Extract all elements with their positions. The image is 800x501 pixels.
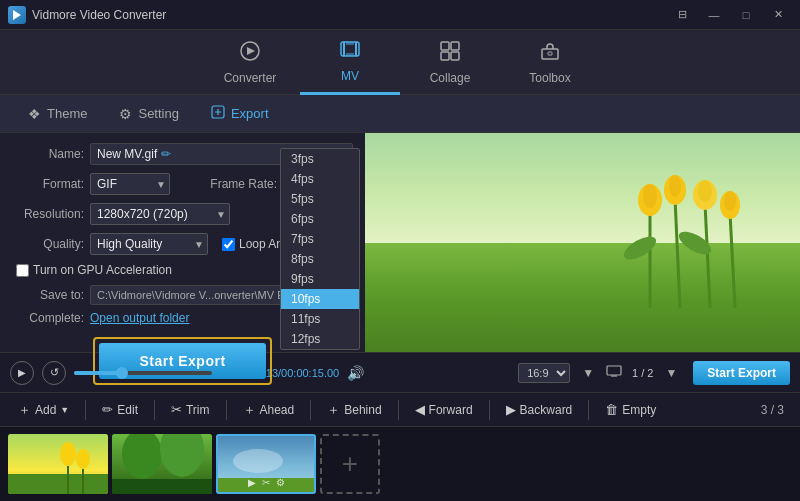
tab-toolbox-label: Toolbox: [529, 71, 570, 85]
format-label: Format:: [12, 177, 84, 191]
maximize-btn[interactable]: □: [732, 5, 760, 25]
progress-fill: [74, 371, 122, 375]
loop-animation-checkbox[interactable]: [222, 238, 235, 251]
svg-line-17: [705, 203, 710, 308]
empty-label: Empty: [622, 403, 656, 417]
svg-point-43: [233, 449, 283, 473]
gpu-text: Turn on GPU Acceleration: [33, 263, 172, 277]
fps-10[interactable]: 10fps: [281, 289, 359, 309]
fps-3[interactable]: 3fps: [281, 149, 359, 169]
divider-7: [588, 400, 589, 420]
add-button[interactable]: ＋ Add ▼: [8, 397, 79, 423]
chat-btn[interactable]: ⊟: [668, 5, 696, 25]
tab-toolbox[interactable]: Toolbox: [500, 30, 600, 95]
edit-icon: ✏: [102, 402, 113, 417]
timeline: 00:00:05 ✕ ▶ ✂ ⚙ +: [0, 426, 800, 501]
fps-8[interactable]: 8fps: [281, 249, 359, 269]
resolution-select[interactable]: 1280x720 (720p) 1920x1080 (1080p): [90, 203, 230, 225]
tab-collage-label: Collage: [430, 71, 471, 85]
frame-rate-dropdown: 3fps 4fps 5fps 6fps 7fps 8fps 9fps 10fps…: [280, 148, 360, 350]
divider-1: [85, 400, 86, 420]
svg-point-33: [60, 442, 76, 466]
progress-bar[interactable]: [74, 371, 212, 375]
add-media-button[interactable]: +: [320, 434, 380, 494]
subtab-export[interactable]: Export: [195, 99, 285, 128]
fps-5[interactable]: 5fps: [281, 189, 359, 209]
backward-icon: ▶: [506, 402, 516, 417]
name-label: Name:: [12, 147, 84, 161]
svg-marker-0: [13, 10, 21, 20]
timeline-thumb-3[interactable]: 00:00:05 ✕ ▶ ✂ ⚙: [216, 434, 316, 494]
page-arrow[interactable]: ▼: [665, 366, 677, 380]
fps-7[interactable]: 7fps: [281, 229, 359, 249]
edit-icon[interactable]: ✏: [161, 147, 171, 161]
behind-button[interactable]: ＋ Behind: [317, 397, 391, 423]
tab-collage[interactable]: Collage: [400, 30, 500, 95]
subtab-setting-label: Setting: [138, 106, 178, 121]
subtab-setting[interactable]: ⚙ Setting: [103, 100, 194, 128]
page-indicator: 1 / 2: [632, 367, 653, 379]
svg-rect-32: [8, 474, 108, 494]
svg-rect-38: [112, 479, 212, 494]
quality-select[interactable]: High Quality Standard Quality: [90, 233, 208, 255]
fps-11[interactable]: 11fps: [281, 309, 359, 329]
progress-thumb: [116, 367, 128, 379]
nav-tabs: Converter MV Collage: [0, 30, 800, 95]
fps-12[interactable]: 12fps: [281, 329, 359, 349]
fps-4[interactable]: 4fps: [281, 169, 359, 189]
divider-2: [154, 400, 155, 420]
add-label: Add: [35, 403, 56, 417]
screen-icon: [606, 365, 622, 380]
trim-button[interactable]: ✂ Trim: [161, 398, 220, 421]
thumb-settings-btn[interactable]: ⚙: [276, 477, 285, 488]
fps-9[interactable]: 9fps: [281, 269, 359, 289]
backward-button[interactable]: ▶ Backward: [496, 398, 583, 421]
thumb-controls: ▶ ✂ ⚙: [248, 477, 285, 488]
gpu-checkbox[interactable]: [16, 264, 29, 277]
main-content: Name: New MV.gif ✏ Format: GIF MP4 AVI ▼…: [0, 133, 800, 352]
complete-label: Complete:: [12, 311, 84, 325]
name-value: New MV.gif: [97, 147, 157, 161]
ahead-icon: ＋: [243, 401, 256, 419]
ahead-button[interactable]: ＋ Ahead: [233, 397, 305, 423]
thumb-play-btn[interactable]: ▶: [248, 477, 256, 488]
svg-marker-2: [247, 47, 255, 55]
tab-converter-label: Converter: [224, 71, 277, 85]
tab-converter[interactable]: Converter: [200, 30, 300, 95]
ratio-select[interactable]: 16:9 4:3: [518, 363, 570, 383]
forward-icon: ◀: [415, 402, 425, 417]
edit-button[interactable]: ✏ Edit: [92, 398, 148, 421]
timeline-page-count: 3 / 3: [761, 403, 792, 417]
svg-rect-6: [346, 42, 354, 45]
svg-rect-5: [355, 42, 357, 56]
svg-rect-13: [548, 52, 552, 55]
minimize-btn[interactable]: —: [700, 5, 728, 25]
forward-button[interactable]: ◀ Forward: [405, 398, 483, 421]
start-export-small-button[interactable]: Start Export: [693, 361, 790, 385]
subtab-theme[interactable]: ❖ Theme: [12, 100, 103, 128]
svg-rect-29: [607, 366, 621, 375]
empty-button[interactable]: 🗑 Empty: [595, 398, 666, 421]
format-select[interactable]: GIF MP4 AVI: [90, 173, 170, 195]
svg-rect-12: [542, 49, 558, 59]
add-dropdown-arrow: ▼: [60, 405, 69, 415]
gpu-label[interactable]: Turn on GPU Acceleration: [16, 263, 172, 277]
resolution-label: Resolution:: [12, 207, 84, 221]
svg-rect-7: [346, 53, 354, 56]
video-preview: [365, 133, 800, 352]
fps-6[interactable]: 6fps: [281, 209, 359, 229]
tab-mv[interactable]: MV: [300, 30, 400, 95]
timeline-thumb-1[interactable]: [8, 434, 108, 494]
edit-label: Edit: [117, 403, 138, 417]
empty-icon: 🗑: [605, 402, 618, 417]
open-folder-btn[interactable]: Open output folder: [90, 311, 189, 325]
setting-icon: ⚙: [119, 106, 132, 122]
svg-rect-9: [451, 42, 459, 50]
thumb-scissors-btn[interactable]: ✂: [262, 477, 270, 488]
divider-6: [489, 400, 490, 420]
timeline-thumb-2[interactable]: [112, 434, 212, 494]
close-btn[interactable]: ✕: [764, 5, 792, 25]
window-controls: ⊟ — □ ✕: [668, 5, 792, 25]
save-label: Save to:: [12, 288, 84, 302]
svg-line-18: [730, 213, 735, 308]
